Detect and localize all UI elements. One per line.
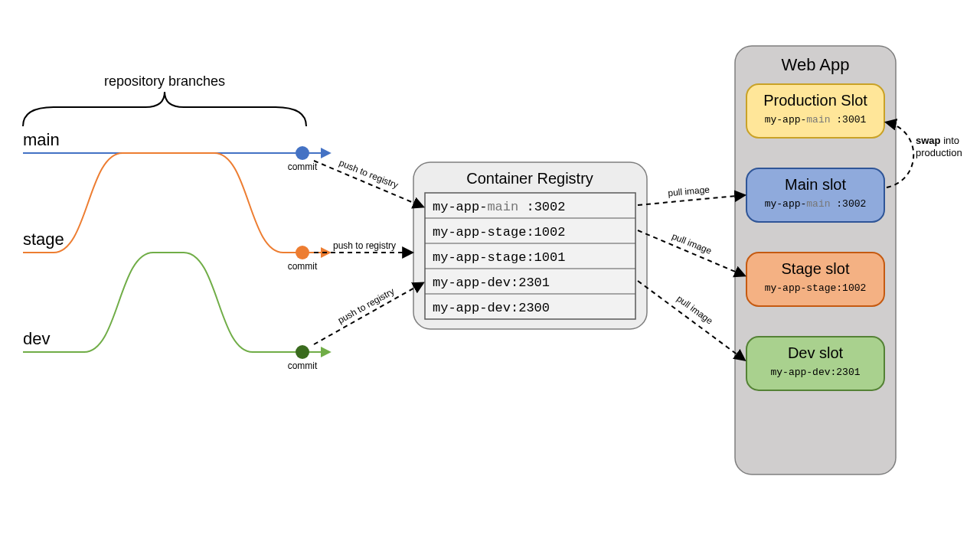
registry-row-3: my-app-stage:1001 xyxy=(433,250,565,265)
registry-row-1: my-app-main :3002 xyxy=(433,200,565,214)
push-arrow-dev xyxy=(314,283,423,344)
registry-row-4: my-app-dev:2301 xyxy=(433,276,550,290)
slot-stage-tag: my-app-stage:1002 xyxy=(765,282,867,294)
slot-main-title: Main slot xyxy=(785,176,846,193)
pull-arrow-main xyxy=(638,195,744,205)
slot-production-title: Production Slot xyxy=(763,92,867,109)
registry-row-5: my-app-dev:2300 xyxy=(433,301,550,315)
registry-table: my-app-main :3002 my-app-stage:1002 my-a… xyxy=(425,193,635,319)
slot-stage-title: Stage slot xyxy=(782,260,850,277)
commit-label-main: commit xyxy=(288,161,318,172)
pull-label-stage: pull image xyxy=(671,231,714,257)
swap-label: swap into production xyxy=(916,135,962,158)
slot-dev-tag: my-app-dev:2301 xyxy=(770,367,860,378)
push-label-stage: push to registry xyxy=(333,240,396,251)
branch-label-main: main xyxy=(23,130,60,149)
slot-production-tag: my-app-main :3001 xyxy=(765,114,867,126)
slot-main-tag: my-app-main :3002 xyxy=(765,198,867,210)
branch-line-dev xyxy=(23,253,329,352)
pull-label-main: pull image xyxy=(668,184,710,199)
commit-label-dev: commit xyxy=(288,360,318,371)
commit-dot-stage xyxy=(296,246,309,259)
container-registry-title: Container Registry xyxy=(466,170,593,187)
push-label-dev: push to registry xyxy=(336,285,397,325)
registry-row-2: my-app-stage:1002 xyxy=(433,225,565,240)
pull-arrow-dev xyxy=(638,281,744,360)
bracket-label: repository branches xyxy=(104,73,225,89)
branch-label-dev: dev xyxy=(23,329,50,348)
commit-label-stage: commit xyxy=(288,261,318,272)
branch-line-stage xyxy=(23,153,329,253)
commit-dot-dev xyxy=(296,345,309,359)
branch-label-stage: stage xyxy=(23,230,64,249)
pull-label-dev: pull image xyxy=(675,293,715,327)
branches-bracket xyxy=(23,92,306,126)
slot-dev-title: Dev slot xyxy=(788,344,844,361)
web-app-title: Web App xyxy=(782,55,850,74)
commit-dot-main xyxy=(296,146,309,160)
